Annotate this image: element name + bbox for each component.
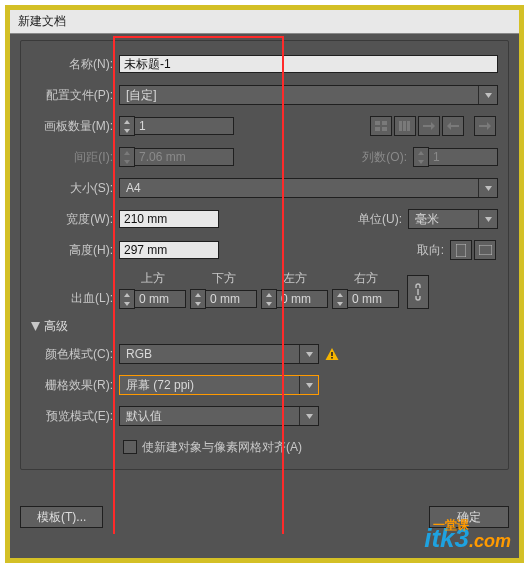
align-pixel-grid-checkbox[interactable]: 使新建对象与像素网格对齐(A) — [123, 439, 302, 456]
columns-stepper — [413, 147, 498, 167]
color-mode-label: 颜色模式(C): — [31, 346, 119, 363]
chevron-down-icon — [478, 179, 497, 197]
svg-rect-2 — [375, 127, 380, 131]
bleed-left-input[interactable] — [276, 290, 328, 308]
dialog-window: 新建文档 名称(N): 配置文件(P): [自定] 画板数量(M): — [5, 5, 524, 563]
units-label: 单位(U): — [342, 211, 408, 228]
chevron-down-icon — [299, 407, 318, 425]
bleed-bottom-stepper[interactable] — [190, 289, 257, 309]
align-label: 使新建对象与像素网格对齐(A) — [142, 439, 302, 456]
raster-select[interactable]: 屏幕 (72 ppi) — [119, 375, 319, 395]
chevron-down-icon — [478, 210, 497, 228]
color-mode-select[interactable]: RGB — [119, 344, 319, 364]
grid-by-col-icon[interactable] — [394, 116, 416, 136]
templates-button[interactable]: 模板(T)... — [20, 506, 103, 528]
columns-input — [428, 148, 498, 166]
size-select[interactable]: A4 — [119, 178, 498, 198]
columns-label: 列数(O): — [347, 149, 413, 166]
svg-rect-7 — [456, 244, 466, 257]
svg-rect-6 — [407, 121, 410, 131]
chevron-down-icon — [478, 86, 497, 104]
stepper-arrows[interactable] — [332, 289, 348, 309]
preview-select[interactable]: 默认值 — [119, 406, 319, 426]
stepper-arrows — [413, 147, 429, 167]
height-label: 高度(H): — [31, 242, 119, 259]
height-input[interactable] — [119, 241, 219, 259]
color-mode-value: RGB — [120, 347, 299, 361]
name-label: 名称(N): — [31, 56, 119, 73]
advanced-header[interactable]: 高级 — [31, 318, 498, 335]
svg-rect-1 — [382, 121, 387, 125]
bleed-right-stepper[interactable] — [332, 289, 399, 309]
row-ltr-icon[interactable] — [418, 116, 440, 136]
stepper-arrows[interactable] — [261, 289, 277, 309]
stepper-arrows[interactable] — [119, 116, 135, 136]
artboards-input[interactable] — [134, 117, 234, 135]
svg-rect-10 — [331, 357, 333, 359]
units-value: 毫米 — [409, 211, 478, 228]
svg-rect-8 — [479, 245, 492, 255]
bleed-left-stepper[interactable] — [261, 289, 328, 309]
chevron-down-icon — [299, 345, 318, 363]
arrow-right-icon[interactable] — [474, 116, 496, 136]
preview-value: 默认值 — [120, 408, 299, 425]
svg-rect-4 — [399, 121, 402, 131]
preview-label: 预览模式(E): — [31, 408, 119, 425]
bleed-label: 出血(L): — [31, 290, 119, 307]
svg-rect-0 — [375, 121, 380, 125]
units-select[interactable]: 毫米 — [408, 209, 498, 229]
orient-landscape-icon[interactable] — [474, 240, 496, 260]
width-input[interactable] — [119, 210, 219, 228]
settings-group: 名称(N): 配置文件(P): [自定] 画板数量(M): — [20, 40, 509, 470]
name-input[interactable] — [119, 55, 498, 73]
checkbox-icon — [123, 440, 137, 454]
raster-label: 栅格效果(R): — [31, 377, 119, 394]
row-rtl-icon[interactable] — [442, 116, 464, 136]
chevron-down-icon — [299, 376, 318, 394]
dialog-body: 名称(N): 配置文件(P): [自定] 画板数量(M): — [10, 34, 519, 534]
size-label: 大小(S): — [31, 180, 119, 197]
orient-label: 取向: — [402, 242, 450, 259]
bleed-right-label: 右方 — [354, 270, 378, 287]
bleed-left-label: 左方 — [283, 270, 307, 287]
dialog-title: 新建文档 — [10, 10, 519, 34]
svg-rect-9 — [331, 352, 333, 356]
artboards-label: 画板数量(M): — [31, 118, 119, 135]
bleed-top-stepper[interactable] — [119, 289, 186, 309]
svg-rect-5 — [403, 121, 406, 131]
advanced-label: 高级 — [44, 318, 68, 335]
stepper-arrows[interactable] — [119, 289, 135, 309]
bleed-bottom-input[interactable] — [205, 290, 257, 308]
profile-select[interactable]: [自定] — [119, 85, 498, 105]
size-value: A4 — [120, 181, 478, 195]
warning-icon — [325, 347, 339, 361]
grid-by-row-icon[interactable] — [370, 116, 392, 136]
spacing-label: 间距(I): — [31, 149, 119, 166]
bleed-right-input[interactable] — [347, 290, 399, 308]
orient-portrait-icon[interactable] — [450, 240, 472, 260]
watermark: 一堂课 itk3.com — [424, 523, 511, 554]
spacing-stepper — [119, 147, 234, 167]
profile-value: [自定] — [120, 87, 478, 104]
svg-rect-3 — [382, 127, 387, 131]
bleed-top-label: 上方 — [141, 270, 165, 287]
width-label: 宽度(W): — [31, 211, 119, 228]
link-bleed-icon[interactable] — [407, 275, 429, 309]
stepper-arrows[interactable] — [190, 289, 206, 309]
bleed-bottom-label: 下方 — [212, 270, 236, 287]
raster-value: 屏幕 (72 ppi) — [120, 377, 299, 394]
stepper-arrows — [119, 147, 135, 167]
layout-icons — [370, 116, 498, 136]
artboards-stepper[interactable] — [119, 116, 234, 136]
profile-label: 配置文件(P): — [31, 87, 119, 104]
spacing-input — [134, 148, 234, 166]
bleed-top-input[interactable] — [134, 290, 186, 308]
